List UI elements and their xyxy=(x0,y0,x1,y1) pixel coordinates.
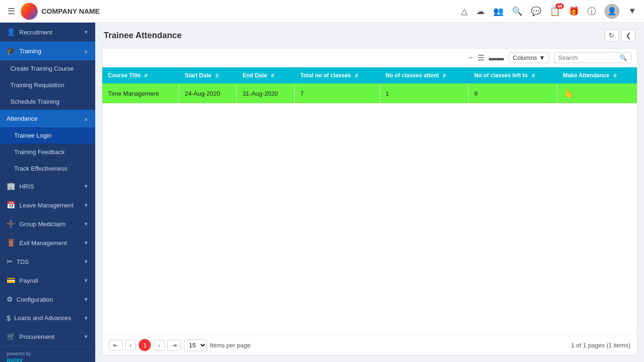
info-icon[interactable]: ⓘ xyxy=(587,6,596,17)
first-page-button[interactable]: ⇤ xyxy=(109,340,123,351)
sidebar-label-training-req: Training Requisition xyxy=(10,82,64,89)
col-start-date[interactable]: Start Date ⇵ xyxy=(179,67,237,83)
search-icon[interactable]: 🔍 xyxy=(512,6,522,16)
sidebar-item-loans[interactable]: $ Loans and Advances ▼ xyxy=(0,309,95,327)
cell-make-attendance[interactable]: 👆 xyxy=(557,83,637,103)
back-button[interactable]: ❮ xyxy=(621,29,636,41)
sidebar-label-configuration: Configuration xyxy=(17,296,53,303)
last-page-button[interactable]: ⇥ xyxy=(167,340,181,351)
col-classes-attended[interactable]: No of classes attent ⇵ xyxy=(380,67,468,83)
sidebar-label-training: Training xyxy=(19,48,41,55)
procurement-chevron: ▼ xyxy=(83,334,89,339)
sidebar-item-procurement[interactable]: 🛒 Procurement ▼ xyxy=(0,327,95,346)
page-title: Trainee Attendance xyxy=(104,31,182,41)
notification-icon[interactable]: 📋 44 xyxy=(550,6,560,16)
menu-icon[interactable]: ☰ xyxy=(478,53,484,62)
search-input[interactable] xyxy=(558,54,619,61)
columns-button[interactable]: Columns ▼ xyxy=(509,52,549,63)
procurement-icon: 🛒 xyxy=(7,332,16,341)
layout: 👤 Recruitment ▼ 🎓 Training ▲ Create Trai… xyxy=(0,23,644,362)
loans-icon: $ xyxy=(7,314,10,322)
refresh-button[interactable]: ↻ xyxy=(604,29,619,41)
sidebar-label-trainee-login: Trainee Login xyxy=(14,132,51,139)
exit-icon: 🚪 xyxy=(7,239,16,247)
cell-classes-attended: 1 xyxy=(380,83,468,103)
sidebar-item-track-effectiveness[interactable]: Track Effectiveness xyxy=(0,160,95,177)
company-logo xyxy=(21,3,38,20)
brand-logo-text: quixy xyxy=(7,356,31,362)
list-icon[interactable]: ▬▬ xyxy=(489,54,504,62)
tds-chevron: ▼ xyxy=(83,259,89,264)
training-chevron: ▲ xyxy=(83,48,89,54)
cell-start-date: 24-Aug-2020 xyxy=(179,83,237,103)
sidebar-item-training[interactable]: 🎓 Training ▲ xyxy=(0,41,95,60)
next-page-button[interactable]: › xyxy=(154,340,164,351)
col-end-date[interactable]: End Date ⇵ xyxy=(237,67,295,83)
avatar-chevron[interactable]: ▼ xyxy=(628,6,636,16)
sidebar-label-mediclaim: Group Mediclaim xyxy=(19,221,66,228)
minus-icon[interactable]: − xyxy=(468,54,472,62)
sidebar-item-schedule-training[interactable]: Schedule Training xyxy=(0,93,95,110)
table-container: − ☰ ▬▬ Columns ▼ 🔍 C xyxy=(102,48,637,355)
pagination-info: 1 of 1 pages (1 items) xyxy=(571,342,630,349)
mediclaim-chevron: ▼ xyxy=(83,221,89,227)
sidebar: 👤 Recruitment ▼ 🎓 Training ▲ Create Trai… xyxy=(0,23,95,362)
sort-course-title: ⇵ xyxy=(144,73,148,78)
sidebar-item-recruitment[interactable]: 👤 Recruitment ▼ xyxy=(0,23,95,41)
cloud-icon[interactable]: ☁ xyxy=(476,6,485,16)
sidebar-item-configuration[interactable]: ⚙ Configuration ▼ xyxy=(0,290,95,309)
make-attendance-icon[interactable]: 👆 xyxy=(563,89,573,98)
sidebar-item-training-req[interactable]: Training Requisition xyxy=(0,77,95,93)
col-classes-left[interactable]: No of classes left to ⇵ xyxy=(469,67,557,83)
sidebar-label-payroll: Payroll xyxy=(19,277,38,284)
per-page-select[interactable]: 15 25 50 xyxy=(184,339,207,351)
main-content: Trainee Attendance ↻ ❮ − ☰ ▬▬ Columns ▼ … xyxy=(95,23,644,362)
table-row: Time Management 24-Aug-2020 31-Aug-2020 … xyxy=(102,83,637,103)
table-header-row: Course Title ⇵ Start Date ⇵ End Date ⇵ xyxy=(102,67,637,83)
chat-icon[interactable]: 💬 xyxy=(531,6,541,16)
sidebar-item-mediclaim[interactable]: ➕ Group Mediclaim ▼ xyxy=(0,214,95,233)
current-page-button[interactable]: 1 xyxy=(139,339,151,351)
leave-icon: 📅 xyxy=(7,201,16,209)
configuration-chevron: ▼ xyxy=(83,296,89,302)
columns-label: Columns xyxy=(513,54,537,61)
user-avatar[interactable]: 👤 xyxy=(604,4,619,19)
topbar: ☰ COMPANY NAME △ ☁ 👥 🔍 💬 📋 44 🎁 ⓘ 👤 ▼ xyxy=(0,0,644,23)
upload-icon[interactable]: △ xyxy=(461,6,468,16)
cell-end-date: 31-Aug-2020 xyxy=(237,83,295,103)
sort-classes-attended: ⇵ xyxy=(442,73,446,78)
sidebar-item-tds[interactable]: ✂ TDS ▼ xyxy=(0,252,95,271)
sidebar-item-attendance[interactable]: Attendance ▲ xyxy=(0,110,95,127)
sidebar-item-training-feedback[interactable]: Training Feedback xyxy=(0,144,95,160)
col-course-title[interactable]: Course Title ⇵ xyxy=(102,67,179,83)
search-box: 🔍 xyxy=(554,52,631,63)
col-total-classes[interactable]: Total no of classes ⇵ xyxy=(295,67,380,83)
gift-icon[interactable]: 🎁 xyxy=(569,6,579,16)
powered-by-text: powered by xyxy=(7,351,31,356)
table-toolbar: − ☰ ▬▬ Columns ▼ 🔍 xyxy=(102,49,637,67)
sort-make-attendance: ⇵ xyxy=(613,73,617,78)
prev-page-button[interactable]: ‹ xyxy=(125,340,136,351)
sidebar-item-trainee-login[interactable]: Trainee Login xyxy=(0,127,95,144)
sidebar-item-exit[interactable]: 🚪 Exit Management ▼ xyxy=(0,233,95,252)
cell-course-title: Time Management xyxy=(102,83,179,103)
payroll-icon: 💳 xyxy=(7,276,16,285)
exit-chevron: ▼ xyxy=(83,240,89,246)
hamburger-icon[interactable]: ☰ xyxy=(8,6,15,16)
sort-classes-left: ⇵ xyxy=(531,73,535,78)
company-name: COMPANY NAME xyxy=(41,7,461,15)
sidebar-label-exit: Exit Management xyxy=(19,239,67,247)
data-table: Course Title ⇵ Start Date ⇵ End Date ⇵ xyxy=(102,67,637,103)
topbar-icons: △ ☁ 👥 🔍 💬 📋 44 🎁 ⓘ 👤 ▼ xyxy=(461,4,636,19)
recruitment-icon: 👤 xyxy=(7,28,16,36)
sidebar-item-create-training[interactable]: Create Training Course xyxy=(0,60,95,77)
page-header: Trainee Attendance ↻ ❮ xyxy=(95,23,644,48)
sidebar-label-track-effectiveness: Track Effectiveness xyxy=(14,165,67,172)
sidebar-item-hris[interactable]: 🏢 HRIS ▼ xyxy=(0,177,95,196)
users-icon[interactable]: 👥 xyxy=(493,6,504,16)
leave-chevron: ▼ xyxy=(83,202,89,208)
sidebar-label-recruitment: Recruitment xyxy=(19,29,52,36)
col-make-attendance[interactable]: Make Attendance ⇵ xyxy=(557,67,637,83)
sidebar-item-leave[interactable]: 📅 Leave Management ▼ xyxy=(0,196,95,214)
sidebar-item-payroll[interactable]: 💳 Payroll ▼ xyxy=(0,271,95,290)
